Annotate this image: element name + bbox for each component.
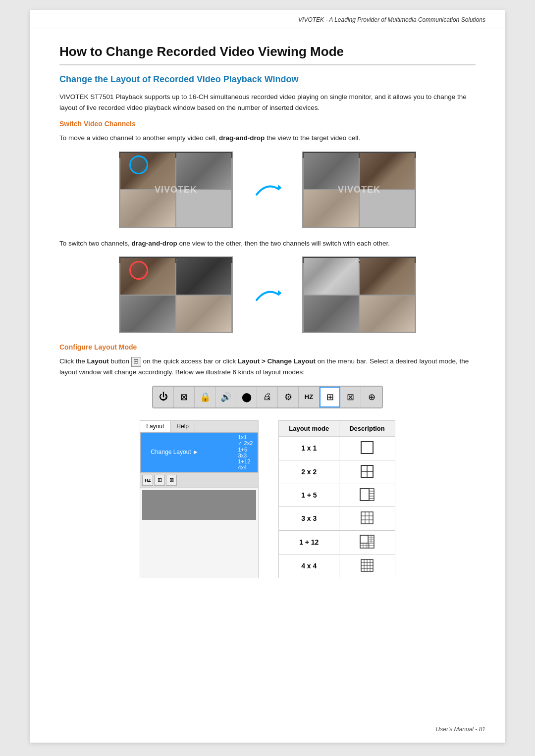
mode-1x1: 1 x 1: [279, 436, 339, 460]
table-row-4x4: 4 x 4: [279, 554, 395, 578]
cell-2: [176, 153, 231, 190]
desc-1p12: [339, 530, 395, 554]
submenu-items: 1x1 ✓ 2x2 1+53x31+124x4: [238, 434, 253, 470]
content: How to Change Recorded Video Viewing Mod…: [30, 29, 505, 608]
mode-1p5: 1 + 5: [279, 484, 339, 506]
icon-3x3: [360, 511, 374, 525]
toolbar-ptz-icon[interactable]: ⊕: [361, 387, 382, 407]
cell-5: [304, 153, 359, 190]
menu-layout-item[interactable]: Layout: [140, 421, 170, 432]
svg-rect-19: [360, 535, 368, 543]
cell-7: [304, 190, 359, 227]
intro-text: VIVOTEK ST7501 Playback supports up to 1…: [59, 92, 476, 113]
table-row-1p5: 1 + 5: [279, 484, 395, 506]
desc-1p5: [339, 484, 395, 506]
menu-change-layout[interactable]: Change Layout ► 1x1 ✓ 2x2 1+53x31+124x4: [141, 433, 258, 472]
mode-2x2: 2 x 2: [279, 460, 339, 484]
subsection2-title: Configure Layout Mode: [59, 343, 476, 351]
toolbar-icons: ⏻ ⊠ 🔒 🔊 ⬤ 🖨 ⚙ HZ ⊞ ⊠ ⊕: [152, 386, 383, 408]
icon-1p12: [360, 535, 374, 549]
toolbar-settings-icon[interactable]: ⚙: [278, 387, 299, 407]
desc-3x3: [339, 506, 395, 530]
video-grid-2: [303, 152, 416, 228]
cell-13: [304, 258, 359, 295]
cell-14: [360, 258, 415, 295]
menu-table-row: Layout Help Change Layout ► 1x1 ✓ 2x2 1+…: [59, 420, 476, 578]
svg-rect-2: [361, 442, 373, 454]
cell-8: [360, 190, 415, 227]
toolbar-layout-icon[interactable]: ⊞: [320, 387, 340, 407]
menu-dropdown: Change Layout ► 1x1 ✓ 2x2 1+53x31+124x4: [140, 432, 258, 473]
mini-icon-hz[interactable]: HZ: [142, 475, 153, 486]
cell-10: [176, 258, 231, 295]
drag-circle-2: [129, 261, 148, 280]
toolbar-row: ⏻ ⊠ 🔒 🔊 ⬤ 🖨 ⚙ HZ ⊞ ⊠ ⊕: [59, 386, 476, 408]
video-before-2: 2009/04/15 16:41:00 | 2009/04/15 16:50:1…: [119, 256, 233, 333]
mode-3x3: 3 x 3: [279, 506, 339, 530]
footer-text: User's Manual - 81: [436, 726, 485, 733]
svg-marker-1: [278, 290, 281, 296]
images-row-2: 2009/04/15 16:41:00 | 2009/04/15 16:50:1…: [59, 256, 476, 333]
cell-4: [176, 190, 231, 227]
icon-4x4: [360, 558, 374, 572]
table-row-1x1: 1 x 1: [279, 436, 395, 460]
table-header-mode: Layout mode: [279, 420, 339, 436]
header-tagline: VIVOTEK - A Leading Provider of Multimed…: [298, 16, 485, 23]
toolbar-camera-icon[interactable]: ⬤: [236, 387, 257, 407]
toolbar-power-icon[interactable]: ⏻: [153, 387, 174, 407]
icon-2x2: [360, 464, 374, 478]
mini-icon-layout[interactable]: ⊞: [154, 475, 165, 486]
mode-4x4: 4 x 4: [279, 554, 339, 578]
layout-button-icon: ⊞: [131, 357, 141, 367]
table-row-3x3: 3 x 3: [279, 506, 395, 530]
switch-para1: To move a video channel to another empty…: [59, 133, 476, 144]
video-grid-4: [303, 257, 416, 333]
svg-rect-7: [360, 489, 369, 501]
switch-para2: To switch two channels, drag-and-drop on…: [59, 238, 476, 249]
toolbar-record-icon[interactable]: HZ: [299, 387, 320, 407]
table-header-desc: Description: [339, 420, 395, 436]
arrow-1: [253, 180, 282, 200]
cell-15: [304, 296, 359, 332]
cell-11: [120, 296, 175, 332]
menu-bar: Layout Help: [140, 421, 258, 432]
page: VIVOTEK - A Leading Provider of Multimed…: [30, 10, 505, 743]
arrow-2: [253, 285, 282, 305]
video-after-2: 2009/04/15 16:46:22 | 2009/04/15 16:41:4…: [302, 256, 416, 333]
configure-para: Click the Layout button ⊞ on the quick a…: [59, 356, 476, 377]
header-bar: VIVOTEK - A Leading Provider of Multimed…: [30, 10, 505, 29]
svg-rect-13: [361, 512, 373, 524]
cell-12: [176, 296, 231, 332]
table-row-2x2: 2 x 2: [279, 460, 395, 484]
desc-4x4: [339, 554, 395, 578]
page-footer: User's Manual - 81: [436, 726, 485, 733]
toolbar-print-icon[interactable]: 🖨: [257, 387, 278, 407]
images-row-1: 2009/04/15 16:41:55 VIVOTEK: [59, 151, 476, 228]
desc-1x1: [339, 436, 395, 460]
icon-1p5: [360, 488, 374, 501]
layout-table: Layout mode Description 1 x 1: [278, 420, 395, 578]
mini-icon-x[interactable]: ⊠: [166, 475, 177, 486]
subsection1-title: Switch Video Channels: [59, 120, 476, 128]
table-row-1p12: 1 + 12: [279, 530, 395, 554]
video-before-1: 2009/04/15 16:41:55 VIVOTEK: [119, 151, 233, 228]
cell-3: [120, 190, 175, 227]
cell-16: [360, 296, 415, 332]
toolbar-x-icon[interactable]: ⊠: [340, 387, 361, 407]
cell-9: [120, 258, 175, 295]
menu-preview-block: [142, 490, 256, 520]
section-title: Change the Layout of Recorded Video Play…: [59, 74, 476, 85]
menu-icons-row: HZ ⊞ ⊠: [140, 473, 258, 488]
desc-2x2: [339, 460, 395, 484]
svg-marker-0: [278, 185, 281, 191]
menu-mock: Layout Help Change Layout ► 1x1 ✓ 2x2 1+…: [140, 420, 259, 578]
toolbar-lock-icon[interactable]: 🔒: [195, 387, 215, 407]
page-title: How to Change Recorded Video Viewing Mod…: [59, 44, 476, 65]
toolbar-audio-icon[interactable]: 🔊: [215, 387, 236, 407]
menu-help-item[interactable]: Help: [170, 421, 195, 432]
toolbar-close-icon[interactable]: ⊠: [174, 387, 195, 407]
cell-1: [120, 153, 175, 190]
mode-1p12: 1 + 12: [279, 530, 339, 554]
video-grid-1: [119, 152, 232, 228]
cell-6: [360, 153, 415, 190]
